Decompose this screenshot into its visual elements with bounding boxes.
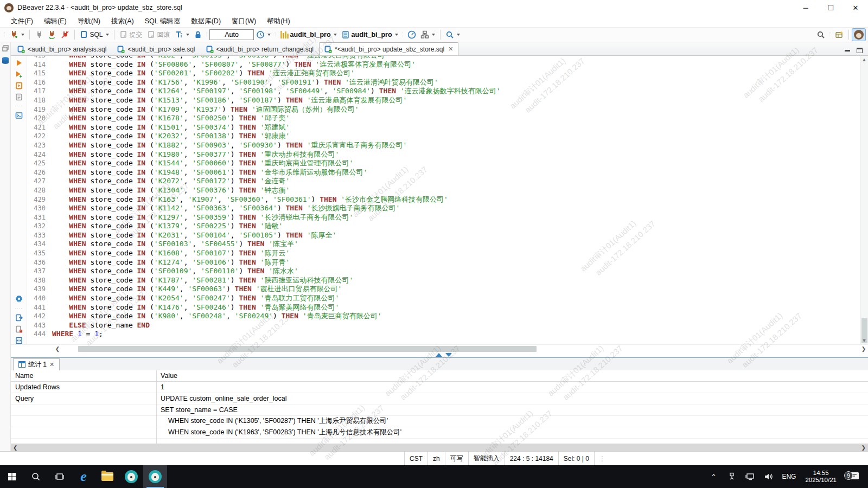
network-icon[interactable] (742, 472, 758, 481)
autocommit-mode-combo[interactable]: Auto (209, 29, 254, 40)
scroll-left-arrow[interactable]: ❮ (53, 346, 62, 352)
menu-item-4[interactable]: SQL 编辑器 (139, 16, 186, 27)
execute-new-tab-icon[interactable] (15, 70, 23, 78)
result-row-1[interactable]: QueryUPDATE custom_online_sale_order_loc… (11, 393, 868, 404)
close-icon[interactable]: ✕ (49, 361, 54, 368)
main-toolbar: ⁞ SQL 提交 回滚 (0, 27, 868, 42)
explain-plan-icon[interactable] (15, 93, 23, 101)
transaction-log-button[interactable] (173, 29, 192, 40)
commit-button[interactable]: 提交 (117, 29, 145, 41)
action-center-button[interactable]: 9 (843, 471, 865, 482)
plug-new-icon (10, 30, 18, 39)
database-selector[interactable]: audit_bi_pro (339, 29, 400, 40)
status-cell-4[interactable]: 224 : 5 : 14184 (505, 452, 559, 465)
status-cell-2[interactable]: 可写 (445, 452, 469, 465)
execute-statement-icon[interactable] (15, 59, 23, 67)
column-header-value[interactable]: Value (156, 372, 177, 380)
status-cell-3[interactable]: 智能插入 (469, 452, 505, 465)
editor-tab-1[interactable]: <audit_bi_pro> sale.sql (112, 42, 200, 55)
settings-gear-icon[interactable] (15, 294, 23, 303)
volume-icon[interactable] (761, 472, 777, 481)
export-result-icon[interactable] (15, 314, 23, 322)
diagram-button[interactable] (418, 29, 437, 40)
validation-warning-icon[interactable] (15, 325, 23, 333)
menu-item-7[interactable]: 帮助(H) (261, 16, 295, 27)
code-line-415: 415 WHEN store_code IN ('SF00201', 'SF00… (27, 69, 860, 78)
perspective-button[interactable] (833, 29, 846, 40)
dashboard-button[interactable] (405, 29, 418, 40)
connection-selector[interactable]: audit_bi_pro (278, 30, 339, 40)
menu-item-3[interactable]: 搜索(A) (106, 16, 139, 27)
close-icon[interactable]: ✕ (448, 46, 453, 53)
result-row-0[interactable]: Updated Rows1 (11, 382, 868, 393)
status-cell-5[interactable]: Sel: 0 | 0 (559, 452, 595, 465)
editor-tab-0[interactable]: <audit_bi_pro> analysis.sql (12, 42, 112, 55)
task-view-icon (55, 472, 65, 481)
input-language-indicator[interactable]: ENG (779, 473, 799, 480)
scroll-down-arrow[interactable]: ▼ (860, 338, 868, 343)
splitter-down-icon[interactable] (445, 353, 452, 357)
internet-explorer-button[interactable]: e (72, 465, 95, 488)
scroll-left-arrow[interactable]: ❮ (13, 445, 17, 451)
user-profile-button[interactable] (852, 28, 866, 41)
results-horizontal-scrollbar[interactable]: ❮ ❯ (11, 444, 868, 451)
menu-item-5[interactable]: 数据库(D) (186, 16, 226, 27)
rollback-button[interactable]: 回滚 (145, 29, 173, 41)
reconnect-button[interactable] (46, 29, 59, 40)
line-number: 413 (27, 56, 52, 60)
clock-date: 2025/10/21 (805, 477, 837, 484)
scroll-right-arrow[interactable]: ❯ (861, 445, 866, 451)
menu-item-1[interactable]: 编辑(E) (39, 16, 72, 27)
panel-splitter[interactable] (11, 353, 868, 358)
tray-expand-chevron[interactable]: ⌃ (705, 473, 722, 481)
status-cell-1[interactable]: zh (428, 452, 445, 465)
scroll-right-arrow[interactable]: ❯ (859, 346, 868, 352)
menu-item-0[interactable]: 文件(F) (5, 16, 39, 27)
script-source-icon[interactable] (15, 337, 23, 344)
dbeaver-running-button[interactable] (143, 465, 167, 488)
task-view-button[interactable] (48, 465, 72, 488)
menu-item-6[interactable]: 窗口(W) (226, 16, 261, 27)
splitter-up-icon[interactable] (436, 353, 442, 357)
maximize-button[interactable]: ☐ (818, 0, 843, 15)
code-line-416: 416 WHEN store_code IN ('K1756', 'K1996'… (27, 78, 860, 87)
restore-panel-icon[interactable] (2, 44, 9, 52)
scroll-up-arrow[interactable]: ▲ (860, 57, 868, 62)
sql-file-icon (206, 46, 214, 53)
autocommit-lock-button[interactable] (192, 29, 205, 40)
sql-console-icon[interactable] (15, 112, 23, 119)
result-row-4[interactable]: WHEN store_code IN ('K1963', 'SF00283') … (11, 427, 868, 439)
column-header-name[interactable]: Name (11, 372, 156, 380)
result-row-2[interactable]: SET store_name = CASE (11, 404, 868, 416)
editor-horizontal-scrollbar[interactable]: ❮ ❯ (11, 344, 868, 353)
close-button[interactable]: ✕ (843, 0, 868, 15)
usb-device-icon[interactable] (724, 472, 740, 481)
file-explorer-button[interactable] (95, 465, 119, 488)
maximize-view-icon[interactable] (857, 48, 863, 53)
minimize-button[interactable]: ─ (793, 0, 818, 15)
editor-vertical-scrollbar[interactable]: ▲ ▼ (860, 56, 868, 344)
disconnect-button[interactable] (59, 29, 72, 40)
taskbar-clock[interactable]: 14:55 2025/10/21 (801, 470, 841, 484)
quick-search-button[interactable] (814, 29, 827, 40)
status-cell-0[interactable]: CST (405, 452, 428, 465)
execute-script-icon[interactable] (15, 82, 23, 89)
minimize-view-icon[interactable] (845, 50, 850, 52)
taskbar-search-button[interactable] (24, 465, 48, 488)
toolbar-search-button[interactable] (443, 29, 462, 40)
menu-item-2[interactable]: 导航(N) (72, 16, 106, 27)
editor-tab-3[interactable]: *<audit_bi_pro> update_sbz_store.sql✕ (319, 42, 458, 55)
transaction-timeout-button[interactable] (254, 29, 273, 40)
dbeaver-pinned-button[interactable] (119, 465, 143, 488)
statistics-tab[interactable]: 统计 1 ✕ (13, 358, 60, 370)
start-button[interactable] (0, 465, 24, 488)
horizontal-scroll-thumb[interactable] (78, 346, 537, 352)
status-bar: CSTzh可写智能插入224 : 5 : 14184Sel: 0 | 0⋮ (0, 451, 868, 465)
new-connection-button[interactable] (8, 29, 27, 40)
result-row-3[interactable]: WHEN store_code IN ('K1305', 'SF00287') … (11, 416, 868, 427)
sql-code-editor[interactable]: 413 WHEN store_code IN ('K162', 'SF00195… (27, 56, 860, 344)
editor-tab-2[interactable]: <audit_bi_pro> return_change.sql (201, 42, 319, 55)
sql-editor-button[interactable]: SQL (78, 29, 111, 40)
database-navigator-icon[interactable] (1, 56, 10, 65)
disconnect-gray-button[interactable] (33, 29, 46, 40)
